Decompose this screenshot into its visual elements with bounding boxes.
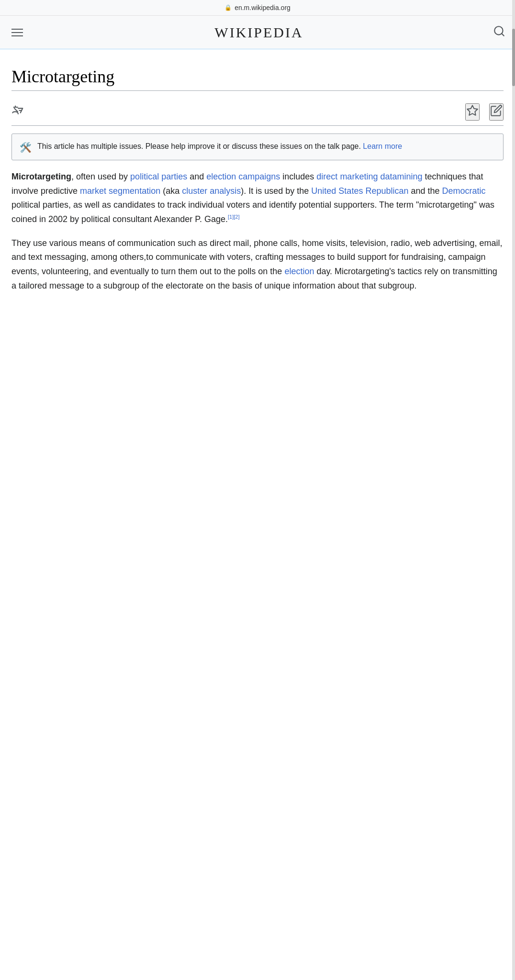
article-bold-term: Microtargeting [11, 172, 71, 181]
toolbar-left [11, 104, 25, 120]
link-election-campaigns[interactable]: election campaigns [206, 172, 280, 181]
notice-icon: 🛠️ [20, 142, 32, 153]
watchlist-button[interactable] [465, 103, 480, 121]
edit-pencil-icon [490, 104, 503, 117]
lock-icon: 🔒 [224, 4, 232, 11]
ref-2[interactable]: [2] [234, 214, 239, 220]
ref-1[interactable]: [1] [228, 214, 234, 220]
hamburger-line-3 [11, 35, 23, 36]
wikipedia-logo: Wikipedia [214, 24, 303, 41]
link-cluster-analysis[interactable]: cluster analysis [182, 186, 241, 196]
url-display: en.m.wikipedia.org [235, 4, 291, 11]
edit-button[interactable] [489, 103, 504, 121]
article-paragraph-2: They use various means of communication … [11, 236, 504, 293]
link-us-republican[interactable]: United States Republican [311, 186, 408, 196]
notice-text-container: This article has multiple issues. Please… [37, 141, 402, 152]
navigation-bar: Wikipedia [0, 16, 515, 49]
article-title: Microtargeting [11, 67, 504, 91]
link-election[interactable]: election [284, 267, 314, 276]
scrollbar[interactable] [512, 0, 515, 312]
hamburger-line-2 [11, 32, 23, 33]
star-icon [466, 104, 479, 117]
link-market-segmentation[interactable]: market segmentation [80, 186, 160, 196]
status-bar: 🔒 en.m.wikipedia.org [0, 0, 515, 16]
learn-more-link[interactable]: Learn more [363, 142, 402, 150]
article-content: Microtargeting [0, 49, 515, 312]
hamburger-line-1 [11, 29, 23, 30]
logo-text: Wikipedia [214, 24, 303, 40]
search-icon [493, 25, 505, 37]
svg-line-1 [502, 33, 504, 36]
notice-body-text: This article has multiple issues. Please… [37, 142, 363, 150]
search-button[interactable] [493, 25, 505, 40]
article-paragraph-1: Microtargeting, often used by political … [11, 170, 504, 227]
article-notice: 🛠️ This article has multiple issues. Ple… [11, 134, 504, 160]
link-democratic[interactable]: Democratic [442, 186, 486, 196]
scrollbar-thumb[interactable] [512, 29, 515, 86]
toolbar-right [465, 103, 504, 121]
link-political-parties[interactable]: political parties [130, 172, 187, 181]
menu-button[interactable] [10, 27, 25, 38]
translate-icon[interactable] [11, 104, 25, 120]
link-direct-marketing-datamining[interactable]: direct marketing datamining [316, 172, 422, 181]
article-body: Microtargeting, often used by political … [11, 170, 504, 293]
svg-marker-2 [467, 105, 478, 115]
article-toolbar [11, 99, 504, 126]
